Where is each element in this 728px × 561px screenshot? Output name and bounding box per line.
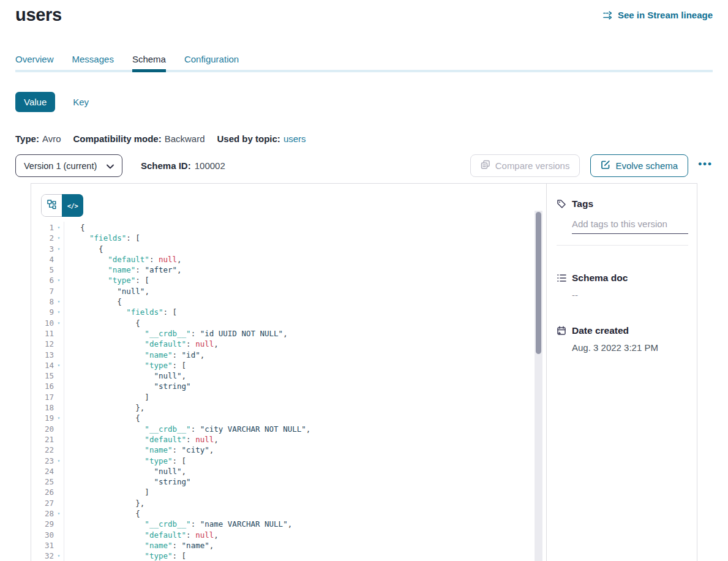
code-text: }, [64,498,144,508]
line-number: 13 [31,350,54,360]
tab-schema[interactable]: Schema [132,54,166,64]
evolve-schema-button[interactable]: Evolve schema [590,154,688,177]
tab-messages[interactable]: Messages [72,54,114,64]
schema-panel: </> 1▾{2▾ "fields": [3▾ {4 "default": nu… [31,183,697,561]
line-number: 17 [31,392,54,402]
tab-overview[interactable]: Overview [15,54,54,64]
line-number: 23 [31,456,54,466]
line-number: 26 [31,487,54,497]
code-text: "__crdb__": "id UUID NOT NULL", [64,328,288,339]
line-number: 32 [31,551,54,561]
fold-spacer [54,328,64,339]
compare-versions-icon [481,160,490,171]
line-number: 2 [31,233,54,243]
schema-code-editor[interactable]: </> 1▾{2▾ "fields": [3▾ {4 "default": nu… [31,184,546,561]
code-line: 12 "default": null, [31,339,546,349]
code-text: "null", [64,286,149,296]
fold-spacer [54,540,64,551]
line-number: 21 [31,434,54,445]
fold-spacer [54,487,64,497]
fold-toggle-icon[interactable]: ▾ [54,318,64,328]
tags-input[interactable] [572,219,688,229]
fold-spacer [54,445,64,455]
code-line: 28▾ { [31,508,546,519]
meta-used-by-topic: Used by topic: users [217,134,306,144]
schema-part-toggle: Value Key [15,92,713,112]
code-line: 11 "__crdb__": "id UUID NOT NULL", [31,328,546,339]
code-line: 7 "null", [31,286,546,296]
sidebar-divider [557,245,688,246]
fold-toggle-icon[interactable]: ▾ [54,222,64,233]
line-number: 10 [31,318,54,328]
key-toggle-link[interactable]: Key [73,97,89,107]
code-text: "default": null, [64,530,219,540]
code-line: 32▾ "type": [ [31,551,546,561]
fold-toggle-icon[interactable]: ▾ [54,296,64,307]
code-text: "default": null, [64,254,182,265]
fold-spacer [54,519,64,529]
code-text: "string" [64,476,191,487]
view-mode-toggle: </> [41,194,83,217]
line-number: 18 [31,402,54,413]
code-line: 16 "string" [31,381,546,391]
line-number: 22 [31,445,54,455]
schema-doc-value: -- [572,290,688,300]
code-text: "fields": [ [64,307,177,317]
schema-meta-row: Type: Avro Compatibility mode: Backward … [15,134,713,144]
fold-toggle-icon[interactable]: ▾ [54,456,64,466]
code-text: "string" [64,381,191,391]
fold-toggle-icon[interactable]: ▾ [54,413,64,423]
fold-toggle-icon[interactable]: ▾ [54,244,64,254]
value-toggle-button[interactable]: Value [15,92,55,112]
fold-toggle-icon[interactable]: ▾ [54,275,64,285]
more-options-button[interactable]: ••• [698,159,713,173]
code-line: 26 ] [31,487,546,497]
code-line: 15 "null", [31,371,546,381]
compare-versions-button[interactable]: Compare versions [470,154,580,177]
topic-link[interactable]: users [283,134,306,144]
code-text: "name": "city", [64,445,214,455]
fold-toggle-icon[interactable]: ▾ [54,551,64,561]
code-line: 3▾ { [31,244,546,254]
stream-lineage-link[interactable]: See in Stream lineage [603,10,713,20]
fold-toggle-icon[interactable]: ▾ [54,307,64,317]
code-line: 20 "__crdb__": "city VARCHAR NOT NULL", [31,424,546,434]
line-number: 7 [31,286,54,296]
fold-toggle-icon[interactable]: ▾ [54,508,64,519]
code-line: 30 "default": null, [31,530,546,540]
version-select-value: Version 1 (current) [24,161,97,171]
line-number: 27 [31,498,54,508]
tab-bar: Overview Messages Schema Configuration [15,54,713,64]
type-value: Avro [42,134,61,144]
code-text: { [64,222,85,233]
calendar-plus-icon [557,326,566,336]
schema-id-value: 100002 [195,160,225,171]
editor-scrollbar-thumb[interactable] [536,212,541,354]
code-line: 2▾ "fields": [ [31,233,546,243]
code-text: "type": [ [64,360,186,371]
tab-configuration[interactable]: Configuration [184,54,239,64]
tree-view-button[interactable] [42,195,62,216]
fold-spacer [54,286,64,296]
code-line: 27 }, [31,498,546,508]
code-line: 10▾ { [31,318,546,328]
line-number: 19 [31,413,54,423]
edit-icon [601,160,610,171]
fold-toggle-icon[interactable]: ▾ [54,233,64,243]
code-text: "default": null, [64,339,219,349]
fold-toggle-icon[interactable]: ▾ [54,360,64,371]
fold-spacer [54,424,64,434]
code-line: 18 }, [31,402,546,413]
page-header: users See in Stream lineage [15,5,713,25]
code-line: 1▾{ [31,222,546,233]
compatibility-value: Backward [165,134,205,144]
code-view-button[interactable]: </> [62,194,83,217]
code-text: "__crdb__": "name VARCHAR NULL", [64,519,292,529]
version-select[interactable]: Version 1 (current) [15,154,122,177]
code-text: "name": "after", [64,265,182,275]
compatibility-label: Compatibility mode: [73,134,161,144]
line-number: 1 [31,222,54,233]
fold-spacer [54,339,64,349]
list-icon [557,273,566,283]
compare-versions-label: Compare versions [495,160,570,171]
